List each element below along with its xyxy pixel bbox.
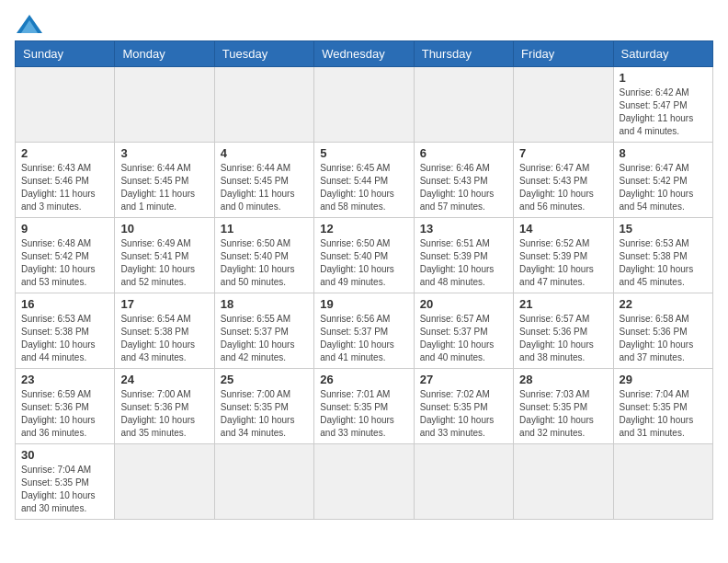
day-number: 11 xyxy=(221,222,308,236)
week-row-2: 9Sunrise: 6:48 AM Sunset: 5:42 PM Daylig… xyxy=(16,218,713,293)
day-cell xyxy=(514,67,613,143)
day-info: Sunrise: 6:46 AM Sunset: 5:43 PM Dayligh… xyxy=(420,162,507,213)
day-cell xyxy=(613,444,712,520)
day-number: 21 xyxy=(519,297,607,311)
day-cell xyxy=(16,67,115,143)
day-info: Sunrise: 6:56 AM Sunset: 5:37 PM Dayligh… xyxy=(320,313,407,364)
day-number: 27 xyxy=(420,373,507,386)
day-number: 17 xyxy=(120,297,208,311)
day-cell: 17Sunrise: 6:54 AM Sunset: 5:38 PM Dayli… xyxy=(115,293,214,369)
day-number: 1 xyxy=(620,71,707,85)
day-info: Sunrise: 6:50 AM Sunset: 5:40 PM Dayligh… xyxy=(221,237,308,289)
weekday-header-friday: Friday xyxy=(514,41,613,67)
calendar-container: SundayMondayTuesdayWednesdayThursdayFrid… xyxy=(0,0,728,563)
week-row-4: 23Sunrise: 6:59 AM Sunset: 5:36 PM Dayli… xyxy=(16,369,713,444)
day-cell: 24Sunrise: 7:00 AM Sunset: 5:36 PM Dayli… xyxy=(115,369,214,444)
day-info: Sunrise: 6:47 AM Sunset: 5:43 PM Dayligh… xyxy=(519,162,607,213)
week-row-1: 2Sunrise: 6:43 AM Sunset: 5:46 PM Daylig… xyxy=(16,143,713,218)
day-number: 25 xyxy=(221,373,308,386)
logo-area xyxy=(15,15,42,33)
day-cell: 3Sunrise: 6:44 AM Sunset: 5:45 PM Daylig… xyxy=(115,143,214,218)
week-row-0: 1Sunrise: 6:42 AM Sunset: 5:47 PM Daylig… xyxy=(16,67,713,143)
day-info: Sunrise: 6:53 AM Sunset: 5:38 PM Dayligh… xyxy=(620,237,707,289)
day-number: 4 xyxy=(221,146,308,160)
day-info: Sunrise: 6:44 AM Sunset: 5:45 PM Dayligh… xyxy=(221,162,308,213)
day-cell xyxy=(214,67,313,143)
day-info: Sunrise: 7:04 AM Sunset: 5:35 PM Dayligh… xyxy=(21,464,108,515)
day-cell: 30Sunrise: 7:04 AM Sunset: 5:35 PM Dayli… xyxy=(16,444,115,520)
day-cell: 7Sunrise: 6:47 AM Sunset: 5:43 PM Daylig… xyxy=(514,143,613,218)
day-cell: 1Sunrise: 6:42 AM Sunset: 5:47 PM Daylig… xyxy=(613,67,712,143)
day-info: Sunrise: 6:58 AM Sunset: 5:36 PM Dayligh… xyxy=(620,313,707,364)
day-info: Sunrise: 7:01 AM Sunset: 5:35 PM Dayligh… xyxy=(320,388,407,440)
day-info: Sunrise: 6:55 AM Sunset: 5:37 PM Dayligh… xyxy=(221,313,308,364)
day-info: Sunrise: 7:00 AM Sunset: 5:35 PM Dayligh… xyxy=(221,388,308,440)
weekday-header-wednesday: Wednesday xyxy=(314,41,414,67)
day-cell: 2Sunrise: 6:43 AM Sunset: 5:46 PM Daylig… xyxy=(16,143,115,218)
day-number: 5 xyxy=(320,146,407,160)
day-info: Sunrise: 7:03 AM Sunset: 5:35 PM Dayligh… xyxy=(519,388,607,440)
day-number: 9 xyxy=(21,222,108,236)
week-row-3: 16Sunrise: 6:53 AM Sunset: 5:38 PM Dayli… xyxy=(16,293,713,369)
day-info: Sunrise: 6:50 AM Sunset: 5:40 PM Dayligh… xyxy=(320,237,407,289)
day-cell: 11Sunrise: 6:50 AM Sunset: 5:40 PM Dayli… xyxy=(214,218,313,293)
day-number: 30 xyxy=(21,448,108,462)
day-cell: 28Sunrise: 7:03 AM Sunset: 5:35 PM Dayli… xyxy=(514,369,613,444)
day-number: 10 xyxy=(120,222,208,236)
day-cell: 22Sunrise: 6:58 AM Sunset: 5:36 PM Dayli… xyxy=(613,293,712,369)
day-info: Sunrise: 6:43 AM Sunset: 5:46 PM Dayligh… xyxy=(21,162,108,213)
day-cell: 8Sunrise: 6:47 AM Sunset: 5:42 PM Daylig… xyxy=(613,143,712,218)
day-cell xyxy=(214,444,313,520)
day-number: 18 xyxy=(221,297,308,311)
day-info: Sunrise: 6:47 AM Sunset: 5:42 PM Dayligh… xyxy=(620,162,707,213)
day-number: 3 xyxy=(120,146,208,160)
day-info: Sunrise: 6:52 AM Sunset: 5:39 PM Dayligh… xyxy=(519,237,607,289)
weekday-header-sunday: Sunday xyxy=(16,41,115,67)
day-info: Sunrise: 6:42 AM Sunset: 5:47 PM Dayligh… xyxy=(620,86,707,138)
day-number: 29 xyxy=(620,373,707,386)
day-number: 20 xyxy=(420,297,507,311)
day-info: Sunrise: 6:53 AM Sunset: 5:38 PM Dayligh… xyxy=(21,313,108,364)
day-info: Sunrise: 6:59 AM Sunset: 5:36 PM Dayligh… xyxy=(21,388,108,440)
day-cell xyxy=(514,444,613,520)
day-cell: 6Sunrise: 6:46 AM Sunset: 5:43 PM Daylig… xyxy=(414,143,513,218)
day-number: 2 xyxy=(21,146,108,160)
day-info: Sunrise: 6:48 AM Sunset: 5:42 PM Dayligh… xyxy=(21,237,108,289)
day-number: 22 xyxy=(620,297,707,311)
day-cell: 13Sunrise: 6:51 AM Sunset: 5:39 PM Dayli… xyxy=(414,218,513,293)
day-info: Sunrise: 6:44 AM Sunset: 5:45 PM Dayligh… xyxy=(120,162,208,213)
day-number: 8 xyxy=(620,146,707,160)
day-cell xyxy=(414,67,513,143)
logo xyxy=(15,15,42,33)
weekday-header-thursday: Thursday xyxy=(414,41,513,67)
day-info: Sunrise: 6:57 AM Sunset: 5:36 PM Dayligh… xyxy=(519,313,607,364)
day-cell: 9Sunrise: 6:48 AM Sunset: 5:42 PM Daylig… xyxy=(16,218,115,293)
day-number: 14 xyxy=(519,222,607,236)
day-cell xyxy=(414,444,513,520)
day-info: Sunrise: 6:57 AM Sunset: 5:37 PM Dayligh… xyxy=(420,313,507,364)
day-cell: 29Sunrise: 7:04 AM Sunset: 5:35 PM Dayli… xyxy=(613,369,712,444)
day-cell: 14Sunrise: 6:52 AM Sunset: 5:39 PM Dayli… xyxy=(514,218,613,293)
day-number: 12 xyxy=(320,222,407,236)
day-number: 15 xyxy=(620,222,707,236)
day-cell xyxy=(314,67,414,143)
day-number: 6 xyxy=(420,146,507,160)
day-cell: 26Sunrise: 7:01 AM Sunset: 5:35 PM Dayli… xyxy=(314,369,414,444)
weekday-header-monday: Monday xyxy=(115,41,214,67)
day-number: 24 xyxy=(120,373,208,386)
day-cell: 4Sunrise: 6:44 AM Sunset: 5:45 PM Daylig… xyxy=(214,143,313,218)
day-number: 23 xyxy=(21,373,108,386)
day-number: 7 xyxy=(519,146,607,160)
day-info: Sunrise: 7:02 AM Sunset: 5:35 PM Dayligh… xyxy=(420,388,507,440)
day-number: 28 xyxy=(519,373,607,386)
week-row-5: 30Sunrise: 7:04 AM Sunset: 5:35 PM Dayli… xyxy=(16,444,713,520)
logo-icon xyxy=(17,15,42,33)
day-number: 16 xyxy=(21,297,108,311)
day-info: Sunrise: 6:49 AM Sunset: 5:41 PM Dayligh… xyxy=(120,237,208,289)
day-cell: 5Sunrise: 6:45 AM Sunset: 5:44 PM Daylig… xyxy=(314,143,414,218)
weekday-header-row: SundayMondayTuesdayWednesdayThursdayFrid… xyxy=(16,41,713,67)
day-number: 19 xyxy=(320,297,407,311)
day-number: 26 xyxy=(320,373,407,386)
day-cell: 18Sunrise: 6:55 AM Sunset: 5:37 PM Dayli… xyxy=(214,293,313,369)
day-info: Sunrise: 6:51 AM Sunset: 5:39 PM Dayligh… xyxy=(420,237,507,289)
